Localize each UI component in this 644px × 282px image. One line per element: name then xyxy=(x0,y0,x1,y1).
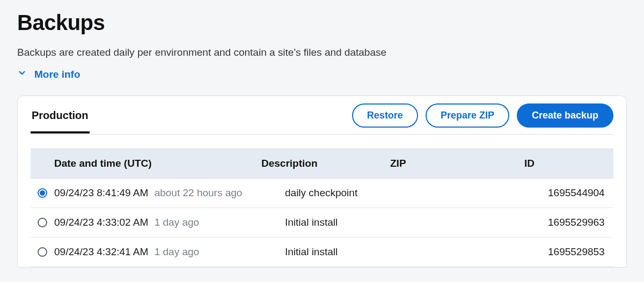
datetime-value: 09/24/23 4:32:41 AM xyxy=(54,246,148,257)
cell-description: Initial install xyxy=(285,217,414,228)
row-select-radio[interactable] xyxy=(38,247,47,257)
col-header-description: Description xyxy=(261,158,390,169)
tabs: Production xyxy=(31,104,100,133)
page-title: Backups xyxy=(17,11,627,35)
col-header-date: Date and time (UTC) xyxy=(31,158,261,169)
datetime-value: 09/24/23 8:41:49 AM xyxy=(54,187,148,198)
relative-time: about 22 hours ago xyxy=(155,187,243,198)
more-info-label: More info xyxy=(34,69,80,80)
cell-id: 1695529853 xyxy=(548,246,613,258)
more-info-toggle[interactable]: More info xyxy=(17,68,80,80)
card-top-row: Production Restore Prepare ZIP Create ba… xyxy=(31,103,613,135)
chevron-down-icon xyxy=(17,68,27,80)
prepare-zip-button[interactable]: Prepare ZIP xyxy=(426,103,509,128)
table-row: 09/24/23 8:41:49 AM about 22 hours ago d… xyxy=(31,179,613,208)
relative-time: 1 day ago xyxy=(155,217,199,228)
cell-date: 09/24/23 8:41:49 AM about 22 hours ago xyxy=(54,187,285,199)
table-row: 09/24/23 4:32:41 AM 1 day ago Initial in… xyxy=(31,238,613,267)
actions: Restore Prepare ZIP Create backup xyxy=(352,103,613,134)
col-header-id: ID xyxy=(524,158,613,169)
cell-id: 1695544904 xyxy=(548,187,613,199)
cell-date: 09/24/23 4:32:41 AM 1 day ago xyxy=(54,246,285,258)
table-row: 09/24/23 4:33:02 AM 1 day ago Initial in… xyxy=(31,208,613,238)
backups-card: Production Restore Prepare ZIP Create ba… xyxy=(17,95,627,268)
relative-time: 1 day ago xyxy=(155,246,199,257)
row-select-radio[interactable] xyxy=(38,188,47,198)
cell-date: 09/24/23 4:33:02 AM 1 day ago xyxy=(54,217,285,228)
table-header: Date and time (UTC) Description ZIP ID xyxy=(31,149,613,179)
cell-description: Initial install xyxy=(285,246,414,258)
backups-table: Date and time (UTC) Description ZIP ID 0… xyxy=(31,149,613,267)
cell-id: 1695529963 xyxy=(548,217,613,228)
cell-description: daily checkpoint xyxy=(285,187,414,199)
page-subtitle: Backups are created daily per environmen… xyxy=(17,47,627,58)
datetime-value: 09/24/23 4:33:02 AM xyxy=(54,217,148,228)
restore-button[interactable]: Restore xyxy=(352,103,418,128)
tab-production[interactable]: Production xyxy=(31,104,90,133)
row-select-radio[interactable] xyxy=(38,218,47,227)
col-header-zip: ZIP xyxy=(390,158,524,169)
create-backup-button[interactable]: Create backup xyxy=(517,103,613,128)
